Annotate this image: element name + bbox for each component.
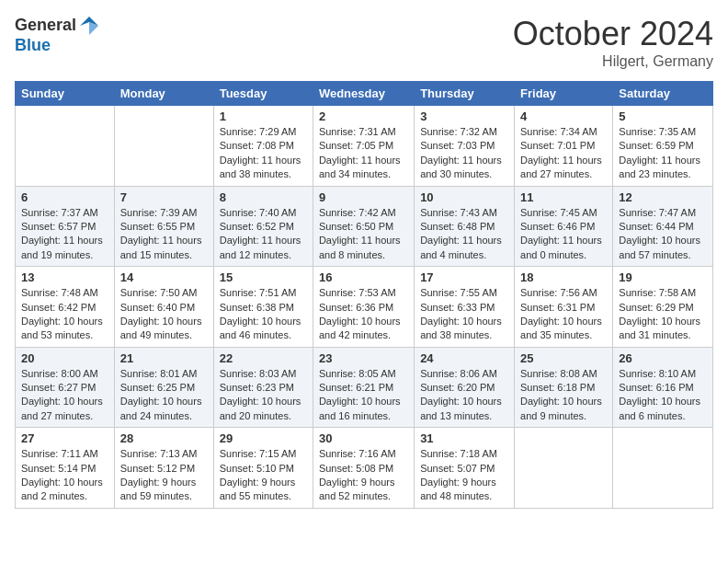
day-info: Sunrise: 8:06 AMSunset: 6:20 PMDaylight:…: [420, 367, 508, 424]
day-number: 28: [120, 431, 208, 445]
calendar-cell: [16, 106, 115, 187]
day-info: Sunrise: 7:55 AMSunset: 6:33 PMDaylight:…: [420, 286, 508, 343]
calendar-cell: 18Sunrise: 7:56 AMSunset: 6:31 PMDayligh…: [515, 267, 613, 348]
calendar-cell: 8Sunrise: 7:40 AMSunset: 6:52 PMDaylight…: [213, 186, 313, 267]
day-number: 23: [319, 351, 408, 365]
day-number: 29: [220, 431, 307, 445]
day-info: Sunrise: 8:05 AMSunset: 6:21 PMDaylight:…: [319, 367, 408, 424]
day-info: Sunrise: 7:29 AMSunset: 7:08 PMDaylight:…: [220, 125, 307, 182]
logo-icon: [78, 15, 100, 37]
day-number: 4: [520, 109, 607, 123]
day-number: 25: [520, 351, 607, 365]
calendar-cell: 13Sunrise: 7:48 AMSunset: 6:42 PMDayligh…: [16, 267, 115, 348]
calendar-cell: 1Sunrise: 7:29 AMSunset: 7:08 PMDaylight…: [213, 106, 313, 187]
day-info: Sunrise: 7:31 AMSunset: 7:05 PMDaylight:…: [319, 125, 408, 182]
day-number: 8: [220, 190, 307, 204]
calendar-cell: 29Sunrise: 7:15 AMSunset: 5:10 PMDayligh…: [213, 428, 313, 509]
calendar-cell: 4Sunrise: 7:34 AMSunset: 7:01 PMDaylight…: [515, 106, 613, 187]
calendar-cell: 12Sunrise: 7:47 AMSunset: 6:44 PMDayligh…: [613, 186, 713, 267]
day-info: Sunrise: 7:37 AMSunset: 6:57 PMDaylight:…: [21, 206, 108, 263]
day-number: 27: [21, 431, 108, 445]
weekday-header-tuesday: Tuesday: [213, 82, 313, 106]
weekday-header-thursday: Thursday: [415, 82, 515, 106]
calendar-cell: 22Sunrise: 8:03 AMSunset: 6:23 PMDayligh…: [213, 347, 313, 428]
day-info: Sunrise: 8:10 AMSunset: 6:16 PMDaylight:…: [619, 367, 707, 424]
day-info: Sunrise: 7:53 AMSunset: 6:36 PMDaylight:…: [319, 286, 408, 343]
day-number: 21: [120, 351, 208, 365]
calendar-cell: 9Sunrise: 7:42 AMSunset: 6:50 PMDaylight…: [313, 186, 414, 267]
calendar-cell: 15Sunrise: 7:51 AMSunset: 6:38 PMDayligh…: [213, 267, 313, 348]
day-info: Sunrise: 7:13 AMSunset: 5:12 PMDaylight:…: [120, 447, 208, 504]
day-number: 5: [619, 109, 707, 123]
day-number: 20: [21, 351, 108, 365]
calendar-cell: 7Sunrise: 7:39 AMSunset: 6:55 PMDaylight…: [114, 186, 213, 267]
calendar-cell: 2Sunrise: 7:31 AMSunset: 7:05 PMDaylight…: [313, 106, 414, 187]
calendar-cell: 30Sunrise: 7:16 AMSunset: 5:08 PMDayligh…: [313, 428, 414, 509]
day-info: Sunrise: 7:47 AMSunset: 6:44 PMDaylight:…: [619, 206, 707, 263]
day-number: 16: [319, 270, 408, 284]
calendar-cell: [613, 428, 713, 509]
day-number: 11: [520, 190, 607, 204]
day-info: Sunrise: 7:45 AMSunset: 6:46 PMDaylight:…: [520, 206, 607, 263]
calendar-cell: 14Sunrise: 7:50 AMSunset: 6:40 PMDayligh…: [114, 267, 213, 348]
calendar-cell: 28Sunrise: 7:13 AMSunset: 5:12 PMDayligh…: [114, 428, 213, 509]
day-number: 12: [619, 190, 707, 204]
day-number: 15: [220, 270, 307, 284]
calendar-cell: 11Sunrise: 7:45 AMSunset: 6:46 PMDayligh…: [515, 186, 613, 267]
week-row-5: 27Sunrise: 7:11 AMSunset: 5:14 PMDayligh…: [16, 428, 713, 509]
day-number: 10: [420, 190, 508, 204]
day-info: Sunrise: 7:58 AMSunset: 6:29 PMDaylight:…: [619, 286, 707, 343]
day-number: 14: [120, 270, 208, 284]
day-number: 1: [220, 109, 307, 123]
calendar-cell: 24Sunrise: 8:06 AMSunset: 6:20 PMDayligh…: [415, 347, 515, 428]
calendar-cell: 20Sunrise: 8:00 AMSunset: 6:27 PMDayligh…: [16, 347, 115, 428]
day-number: 2: [319, 109, 408, 123]
calendar-cell: 31Sunrise: 7:18 AMSunset: 5:07 PMDayligh…: [415, 428, 515, 509]
day-number: 13: [21, 270, 108, 284]
weekday-header-wednesday: Wednesday: [313, 82, 414, 106]
calendar-cell: 6Sunrise: 7:37 AMSunset: 6:57 PMDaylight…: [16, 186, 115, 267]
week-row-4: 20Sunrise: 8:00 AMSunset: 6:27 PMDayligh…: [16, 347, 713, 428]
weekday-header-monday: Monday: [114, 82, 213, 106]
logo-blue-text: Blue: [15, 37, 100, 55]
title-block: October 2024 Hilgert, Germany: [513, 15, 713, 70]
week-row-2: 6Sunrise: 7:37 AMSunset: 6:57 PMDaylight…: [16, 186, 713, 267]
day-info: Sunrise: 7:48 AMSunset: 6:42 PMDaylight:…: [21, 286, 108, 343]
calendar-cell: 25Sunrise: 8:08 AMSunset: 6:18 PMDayligh…: [515, 347, 613, 428]
day-info: Sunrise: 7:34 AMSunset: 7:01 PMDaylight:…: [520, 125, 607, 182]
day-info: Sunrise: 7:51 AMSunset: 6:38 PMDaylight:…: [220, 286, 307, 343]
location: Hilgert, Germany: [513, 53, 713, 70]
day-number: 30: [319, 431, 408, 445]
calendar-cell: 5Sunrise: 7:35 AMSunset: 6:59 PMDaylight…: [613, 106, 713, 187]
svg-marker-1: [89, 22, 98, 35]
calendar-cell: 16Sunrise: 7:53 AMSunset: 6:36 PMDayligh…: [313, 267, 414, 348]
day-number: 19: [619, 270, 707, 284]
calendar-cell: 17Sunrise: 7:55 AMSunset: 6:33 PMDayligh…: [415, 267, 515, 348]
day-number: 18: [520, 270, 607, 284]
day-info: Sunrise: 7:11 AMSunset: 5:14 PMDaylight:…: [21, 447, 108, 504]
day-info: Sunrise: 7:50 AMSunset: 6:40 PMDaylight:…: [120, 286, 208, 343]
calendar-table: SundayMondayTuesdayWednesdayThursdayFrid…: [15, 81, 713, 509]
week-row-1: 1Sunrise: 7:29 AMSunset: 7:08 PMDaylight…: [16, 106, 713, 187]
calendar-cell: 23Sunrise: 8:05 AMSunset: 6:21 PMDayligh…: [313, 347, 414, 428]
logo: General Blue: [15, 15, 100, 55]
calendar-cell: 10Sunrise: 7:43 AMSunset: 6:48 PMDayligh…: [415, 186, 515, 267]
calendar-cell: 27Sunrise: 7:11 AMSunset: 5:14 PMDayligh…: [16, 428, 115, 509]
day-number: 7: [120, 190, 208, 204]
calendar-cell: 19Sunrise: 7:58 AMSunset: 6:29 PMDayligh…: [613, 267, 713, 348]
day-info: Sunrise: 8:01 AMSunset: 6:25 PMDaylight:…: [120, 367, 208, 424]
week-row-3: 13Sunrise: 7:48 AMSunset: 6:42 PMDayligh…: [16, 267, 713, 348]
day-number: 3: [420, 109, 508, 123]
day-number: 26: [619, 351, 707, 365]
day-info: Sunrise: 8:00 AMSunset: 6:27 PMDaylight:…: [21, 367, 108, 424]
weekday-header-sunday: Sunday: [16, 82, 115, 106]
day-info: Sunrise: 8:03 AMSunset: 6:23 PMDaylight:…: [220, 367, 307, 424]
weekday-header-row: SundayMondayTuesdayWednesdayThursdayFrid…: [16, 82, 713, 106]
day-info: Sunrise: 7:15 AMSunset: 5:10 PMDaylight:…: [220, 447, 307, 504]
day-info: Sunrise: 7:32 AMSunset: 7:03 PMDaylight:…: [420, 125, 508, 182]
day-info: Sunrise: 7:40 AMSunset: 6:52 PMDaylight:…: [220, 206, 307, 263]
day-number: 6: [21, 190, 108, 204]
calendar-cell: [114, 106, 213, 187]
day-info: Sunrise: 7:16 AMSunset: 5:08 PMDaylight:…: [319, 447, 408, 504]
weekday-header-friday: Friday: [515, 82, 613, 106]
